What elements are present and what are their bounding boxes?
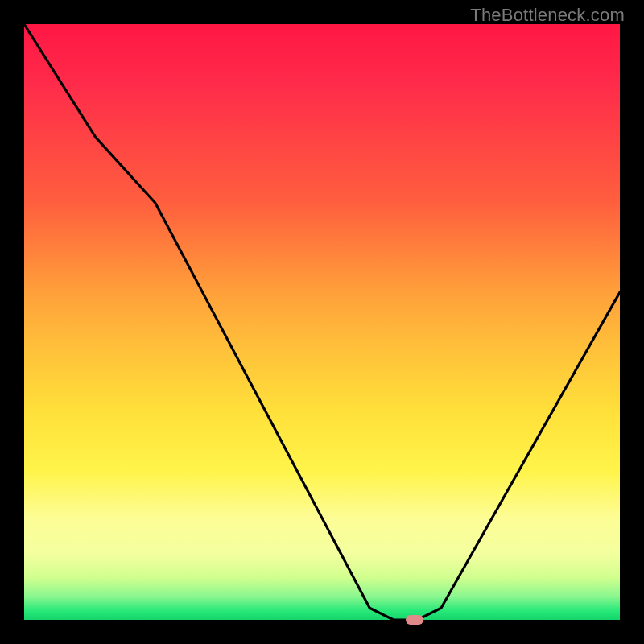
chart-frame: TheBottleneck.com xyxy=(0,0,644,644)
watermark-text: TheBottleneck.com xyxy=(470,5,625,26)
optimal-marker xyxy=(406,615,423,625)
plot-area xyxy=(24,24,620,620)
curve-path xyxy=(24,24,620,620)
bottleneck-curve xyxy=(24,24,620,620)
